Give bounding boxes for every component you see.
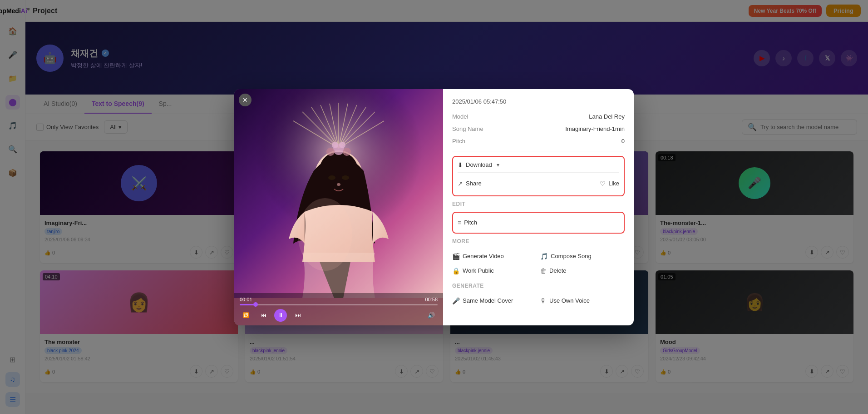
modal-close-button[interactable]: ✕ bbox=[239, 94, 252, 106]
model-value: Lana Del Rey bbox=[589, 113, 625, 120]
work-public-action[interactable]: 🔒 Work Public bbox=[452, 265, 537, 276]
info-song-row: Song Name Imaginary-Friend-1min bbox=[452, 123, 625, 135]
modal: ✕ bbox=[234, 89, 634, 325]
generate-video-label: Generate Video bbox=[463, 253, 504, 259]
pitch-value: 0 bbox=[621, 138, 625, 145]
info-model-row: Model Lana Del Rey bbox=[452, 110, 625, 123]
like-label: Like bbox=[608, 180, 619, 187]
share-icon: ↗ bbox=[458, 180, 463, 187]
player-progress-thumb bbox=[253, 302, 258, 307]
player-time-current: 00:01 bbox=[240, 297, 252, 302]
more-section: 🎬 Generate Video 🎵 Compose Song 🔒 Work P… bbox=[452, 249, 625, 278]
player-loop-button[interactable]: 🔁 bbox=[240, 309, 252, 322]
music-note-icon: 🎵 bbox=[540, 253, 548, 260]
use-own-voice-action[interactable]: 🎙 Use Own Voice bbox=[540, 295, 625, 306]
svg-point-21 bbox=[339, 142, 345, 148]
svg-point-20 bbox=[332, 142, 338, 148]
player-volume-button[interactable]: 🔊 bbox=[425, 309, 438, 322]
chevron-down-icon: ▾ bbox=[497, 162, 499, 168]
pitch-label: Pitch bbox=[452, 138, 465, 145]
svg-point-19 bbox=[343, 148, 351, 156]
share-label: Share bbox=[466, 180, 482, 187]
lock-icon: 🔒 bbox=[452, 267, 460, 274]
compose-song-label: Compose Song bbox=[551, 253, 592, 259]
player-bar: 00:01 00:58 🔁 ⏮ ⏸ ⏭ 🔊 bbox=[234, 293, 443, 325]
player-progress-bar[interactable] bbox=[240, 304, 438, 305]
svg-point-18 bbox=[326, 148, 335, 156]
generate-actions-grid: 🎤 Same Model Cover 🎙 Use Own Voice bbox=[452, 295, 625, 306]
player-controls: 🔁 ⏮ ⏸ ⏭ 🔊 bbox=[240, 309, 438, 322]
divider bbox=[452, 151, 625, 151]
use-own-voice-label: Use Own Voice bbox=[549, 297, 590, 304]
modal-info-panel: 2025/01/06 05:47:50 Model Lana Del Rey S… bbox=[443, 89, 634, 325]
svg-point-15 bbox=[342, 175, 349, 180]
modal-video-panel: 00:01 00:58 🔁 ⏮ ⏸ ⏭ 🔊 bbox=[234, 89, 443, 325]
share-action[interactable]: ↗ Share bbox=[458, 178, 482, 189]
player-next-button[interactable]: ⏭ bbox=[291, 309, 304, 322]
heart-icon: ♡ bbox=[600, 180, 606, 187]
pitch-icon: ≡ bbox=[458, 219, 461, 226]
pitch-edit-label: Pitch bbox=[464, 219, 477, 226]
video-display bbox=[234, 89, 443, 325]
download-row[interactable]: ⬇ Download ▾ bbox=[458, 161, 619, 169]
player-play-button[interactable]: ⏸ bbox=[274, 309, 287, 322]
like-action[interactable]: ♡ Like bbox=[600, 178, 619, 189]
info-pitch-row: Pitch 0 bbox=[452, 135, 625, 147]
pitch-edit-action[interactable]: ≡ Pitch bbox=[458, 217, 619, 228]
generate-section: 🎤 Same Model Cover 🎙 Use Own Voice bbox=[452, 294, 625, 308]
more-actions-grid: 🎬 Generate Video 🎵 Compose Song 🔒 Work P… bbox=[452, 251, 625, 276]
compose-song-action[interactable]: 🎵 Compose Song bbox=[540, 251, 625, 262]
info-timestamp: 2025/01/06 05:47:50 bbox=[452, 98, 625, 105]
download-icon: ⬇ bbox=[458, 161, 463, 169]
more-section-title: More bbox=[452, 238, 625, 244]
edit-section: ≡ Pitch bbox=[452, 212, 625, 234]
download-label: Download bbox=[466, 161, 492, 168]
delete-label: Delete bbox=[549, 267, 567, 274]
player-prev-button[interactable]: ⏮ bbox=[257, 309, 270, 322]
svg-point-16 bbox=[337, 183, 340, 186]
trash-icon: 🗑 bbox=[540, 267, 547, 274]
divider-inner bbox=[458, 172, 619, 173]
microphone-icon: 🎙 bbox=[540, 297, 547, 304]
svg-point-14 bbox=[328, 175, 335, 180]
modal-overlay[interactable]: ✕ bbox=[0, 0, 868, 414]
same-model-cover-action[interactable]: 🎤 Same Model Cover bbox=[452, 295, 537, 306]
edit-section-title: Edit bbox=[452, 201, 625, 207]
share-like-row: ↗ Share ♡ Like bbox=[458, 176, 619, 191]
copy-icon: 🎤 bbox=[452, 297, 460, 304]
cover-art bbox=[234, 89, 443, 298]
generate-video-action[interactable]: 🎬 Generate Video bbox=[452, 251, 537, 262]
svg-point-22 bbox=[298, 198, 352, 271]
song-name-label: Song Name bbox=[452, 125, 483, 132]
player-progress-fill bbox=[240, 304, 256, 305]
same-model-cover-label: Same Model Cover bbox=[463, 297, 513, 304]
video-icon: 🎬 bbox=[452, 253, 460, 260]
model-label: Model bbox=[452, 113, 468, 120]
work-public-label: Work Public bbox=[463, 267, 494, 274]
player-time-total: 00:58 bbox=[425, 297, 438, 302]
song-name-value: Imaginary-Friend-1min bbox=[565, 125, 625, 132]
generate-section-title: Generate bbox=[452, 283, 625, 289]
download-section: ⬇ Download ▾ ↗ Share ♡ Like bbox=[452, 156, 625, 196]
delete-action[interactable]: 🗑 Delete bbox=[540, 265, 625, 276]
